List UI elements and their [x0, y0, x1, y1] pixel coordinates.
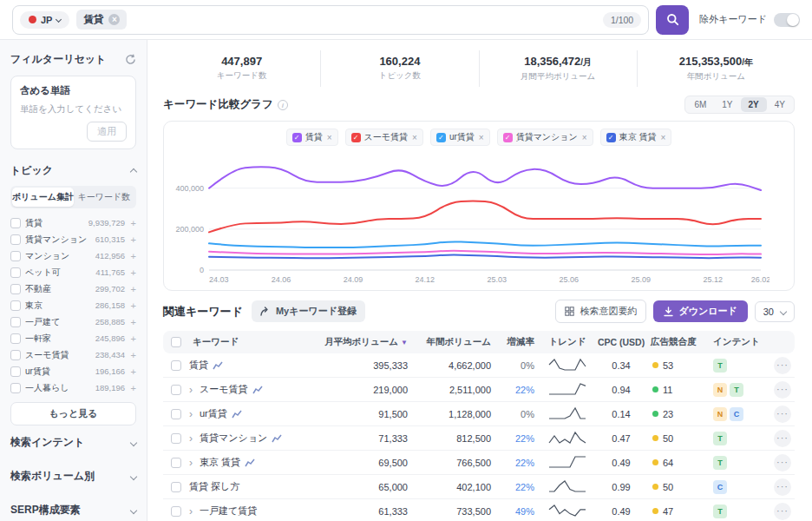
expand-row-icon[interactable]: › [189, 385, 195, 395]
include-words-input[interactable] [20, 103, 127, 114]
add-topic-icon[interactable]: + [129, 317, 136, 327]
search-intent-summary-button[interactable]: 検索意図要約 [555, 300, 646, 323]
column-header[interactable]: 年間ボリューム [413, 336, 496, 348]
keyword-trend-link-icon[interactable] [213, 360, 223, 371]
expand-row-icon[interactable]: › [189, 433, 195, 444]
legend-checkbox[interactable]: ✓ [436, 133, 446, 142]
keyword-link[interactable]: 東京 賃貸 [200, 456, 240, 469]
column-header[interactable]: インテント [710, 336, 770, 348]
topic-checkbox[interactable] [10, 350, 21, 360]
legend-chip[interactable]: ✓賃貸× [286, 129, 338, 146]
sidebar-section-2[interactable]: SERP構成要素 [10, 493, 136, 521]
keyword-trend-link-icon[interactable] [232, 409, 242, 419]
row-menu-button[interactable]: ··· [774, 430, 791, 447]
topic-item[interactable]: 東京286,158+ [10, 297, 136, 313]
legend-checkbox[interactable]: ✓ [351, 133, 361, 142]
expand-row-icon[interactable]: › [189, 506, 195, 517]
column-header[interactable]: トレンド [540, 336, 595, 348]
topic-item[interactable]: ur賃貸196,166+ [10, 363, 136, 379]
column-header[interactable]: キーワード [189, 336, 323, 348]
apply-button[interactable]: 適用 [87, 122, 127, 142]
sort-desc-icon[interactable]: ▼ [401, 339, 408, 346]
keyword-link[interactable]: 賃貸 探し方 [189, 480, 239, 493]
row-menu-button[interactable]: ··· [774, 454, 791, 472]
sidebar-section-0[interactable]: 検索インテント [10, 425, 136, 459]
keyword-link[interactable]: ur賃貸 [200, 407, 227, 420]
topic-checkbox[interactable] [10, 251, 21, 261]
add-topic-icon[interactable]: + [129, 366, 136, 377]
keyword-link[interactable]: 賃貸 [189, 359, 208, 372]
keyword-link[interactable]: 一戸建て賃貸 [200, 505, 257, 518]
range-button-2y[interactable]: 2Y [741, 97, 767, 112]
legend-checkbox[interactable]: ✓ [503, 133, 513, 142]
topic-item[interactable]: マンション412,956+ [10, 247, 136, 264]
remove-series-icon[interactable]: × [412, 133, 417, 142]
topic-item[interactable]: 一戸建て258,885+ [10, 313, 136, 330]
keyword-search-box[interactable]: JP 賃貸 × 1/100 [12, 5, 649, 35]
row-checkbox[interactable] [171, 482, 181, 492]
topic-item[interactable]: 一人暮らし189,196+ [10, 379, 136, 396]
add-topic-icon[interactable]: + [129, 251, 136, 261]
row-checkbox[interactable] [171, 360, 181, 371]
topic-item[interactable]: ペット可411,765+ [10, 264, 136, 280]
keyword-trend-link-icon[interactable] [252, 385, 263, 395]
topic-item[interactable]: 一軒家245,896+ [10, 330, 136, 346]
keyword-trend-link-icon[interactable] [245, 458, 255, 468]
download-button[interactable]: ダウンロード [653, 300, 747, 322]
legend-chip[interactable]: ✓賃貸マンション× [497, 129, 593, 146]
legend-chip[interactable]: ✓東京 賃貸× [600, 129, 672, 146]
row-checkbox[interactable] [171, 433, 181, 444]
filter-reset-button[interactable]: フィルターリセット [10, 52, 136, 67]
row-checkbox[interactable] [171, 458, 181, 468]
legend-checkbox[interactable]: ✓ [292, 133, 302, 142]
remove-series-icon[interactable]: × [479, 133, 484, 142]
add-topic-icon[interactable]: + [129, 383, 136, 393]
topic-checkbox[interactable] [10, 300, 21, 311]
add-topic-icon[interactable]: + [129, 333, 136, 344]
topic-checkbox[interactable] [10, 218, 21, 228]
add-topic-icon[interactable]: + [129, 300, 136, 311]
topic-checkbox[interactable] [10, 267, 21, 278]
legend-chip[interactable]: ✓ur賃貸× [430, 129, 490, 146]
row-checkbox[interactable] [171, 409, 181, 419]
row-menu-button[interactable]: ··· [774, 503, 791, 520]
page-size-select[interactable]: 30 [755, 301, 795, 322]
column-header[interactable]: CPC (USD) [595, 337, 647, 347]
sidebar-section-1[interactable]: 検索ボリューム別 [10, 459, 136, 493]
topic-item[interactable]: スーモ賃貸238,434+ [10, 346, 136, 363]
add-topic-icon[interactable]: + [129, 234, 136, 245]
add-topic-icon[interactable]: + [129, 350, 136, 360]
country-selector[interactable]: JP [20, 11, 69, 29]
column-header[interactable]: 広告競合度 [647, 336, 710, 348]
topic-mode-tab[interactable]: ボリューム集計 [12, 188, 74, 207]
row-checkbox[interactable] [171, 385, 181, 395]
topic-mode-tab[interactable]: キーワード数 [74, 188, 134, 207]
topic-item[interactable]: 賃貸マンション610,315+ [10, 231, 136, 247]
search-button[interactable] [656, 5, 689, 35]
keyword-link[interactable]: 賃貸マンション [200, 432, 267, 445]
add-topic-icon[interactable]: + [129, 267, 136, 278]
add-topic-icon[interactable]: + [129, 218, 136, 228]
column-header[interactable]: 増減率 [496, 336, 540, 348]
column-header[interactable]: 月平均ボリューム▼ [323, 336, 413, 348]
range-button-1y[interactable]: 1Y [714, 97, 740, 112]
topic-section-header[interactable]: トピック [10, 163, 136, 178]
topic-checkbox[interactable] [10, 383, 21, 393]
topic-checkbox[interactable] [10, 234, 21, 245]
topic-checkbox[interactable] [10, 333, 21, 344]
row-menu-button[interactable]: ··· [774, 381, 791, 399]
topic-checkbox[interactable] [10, 284, 21, 294]
exclude-keywords-toggle[interactable] [774, 13, 800, 27]
expand-row-icon[interactable]: › [189, 458, 195, 468]
legend-checkbox[interactable]: ✓ [606, 133, 616, 142]
expand-row-icon[interactable]: › [189, 409, 195, 419]
add-topic-icon[interactable]: + [129, 284, 136, 294]
select-all-checkbox[interactable] [171, 337, 181, 347]
remove-series-icon[interactable]: × [327, 133, 332, 142]
remove-series-icon[interactable]: × [582, 133, 587, 142]
row-menu-button[interactable]: ··· [774, 406, 791, 423]
keyword-trend-link-icon[interactable] [272, 433, 282, 444]
topic-checkbox[interactable] [10, 317, 21, 327]
row-checkbox[interactable] [171, 506, 181, 517]
remove-keyword-icon[interactable]: × [108, 14, 120, 25]
